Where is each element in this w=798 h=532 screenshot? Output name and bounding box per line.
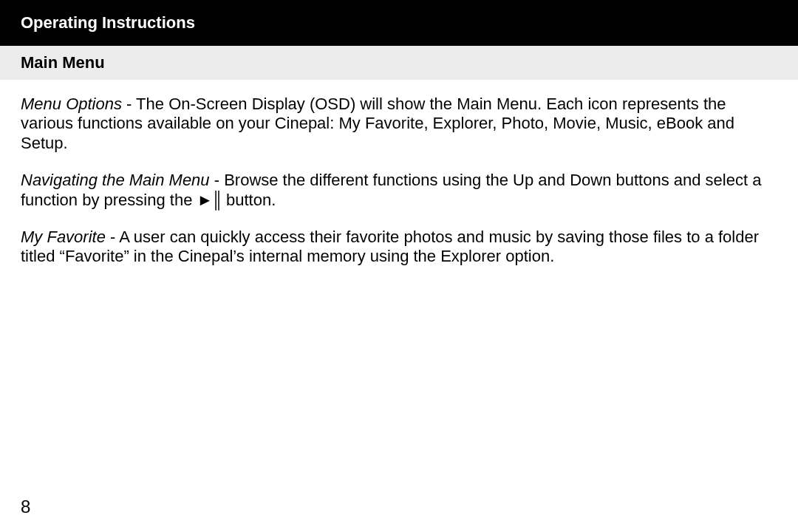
text-my-favorite: - A user can quickly access their favori… xyxy=(21,228,759,265)
paragraph-navigating: Navigating the Main Menu - Browse the di… xyxy=(21,171,777,210)
header-bar: Operating Instructions xyxy=(0,0,798,46)
header-title: Operating Instructions xyxy=(21,13,195,32)
play-pause-icon: ►║ xyxy=(197,191,221,209)
lead-menu-options: Menu Options xyxy=(21,95,122,113)
text-menu-options: - The On-Screen Display (OSD) will show … xyxy=(21,95,734,152)
lead-navigating: Navigating the Main Menu xyxy=(21,171,210,189)
content-area: Menu Options - The On-Screen Display (OS… xyxy=(0,80,798,267)
paragraph-my-favorite: My Favorite - A user can quickly access … xyxy=(21,228,777,267)
sub-header-title: Main Menu xyxy=(21,53,105,72)
page-number: 8 xyxy=(21,497,30,517)
paragraph-menu-options: Menu Options - The On-Screen Display (OS… xyxy=(21,95,777,153)
sub-header: Main Menu xyxy=(0,46,798,80)
lead-my-favorite: My Favorite xyxy=(21,228,106,246)
text-navigating-b: button. xyxy=(222,191,276,209)
